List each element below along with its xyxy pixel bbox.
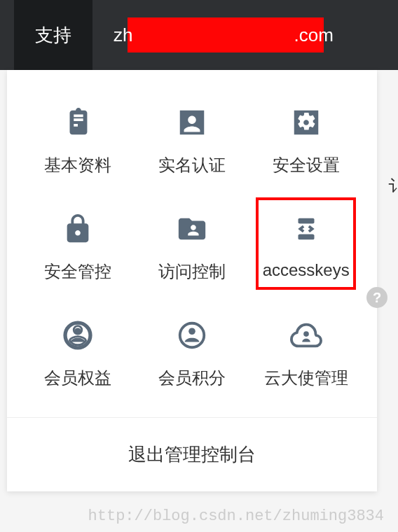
highlight-box bbox=[256, 197, 356, 290]
person-icon bbox=[174, 105, 210, 140]
cloud-person-icon bbox=[289, 318, 324, 353]
menu-label: 会员积分 bbox=[158, 367, 226, 389]
menu-item-access-control[interactable]: 访问控制 bbox=[135, 211, 249, 283]
svg-point-2 bbox=[75, 328, 82, 335]
top-header: 支持 zh .com bbox=[0, 0, 398, 70]
user-circle-icon bbox=[174, 318, 210, 353]
user-suffix: .com bbox=[294, 24, 333, 46]
logout-label: 退出管理控制台 bbox=[128, 444, 256, 465]
menu-label: 云大使管理 bbox=[264, 367, 348, 389]
user-dropdown-panel: 基本资料 实名认证 安全设置 安全管控 访问控制 bbox=[7, 70, 377, 491]
menu-label: 基本资料 bbox=[44, 154, 111, 176]
logout-button[interactable]: 退出管理控制台 bbox=[7, 417, 377, 491]
help-icon[interactable]: ? bbox=[366, 287, 387, 308]
menu-label: 安全设置 bbox=[273, 154, 340, 176]
menu-label: 访问控制 bbox=[158, 260, 226, 283]
gear-icon bbox=[289, 105, 324, 140]
menu-label: 会员权益 bbox=[44, 367, 111, 389]
watermark: http://blog.csdn.net/zhuming3834 bbox=[88, 507, 384, 525]
folder-person-icon bbox=[174, 211, 210, 246]
svg-point-5 bbox=[180, 323, 205, 348]
user-account-nav[interactable]: zh .com bbox=[114, 24, 334, 46]
menu-item-accesskeys[interactable]: accesskeys bbox=[249, 211, 363, 283]
user-circle-icon bbox=[60, 318, 95, 353]
menu-label: 实名认证 bbox=[158, 154, 226, 176]
lock-icon bbox=[60, 211, 95, 246]
menu-item-member-benefits[interactable]: 会员权益 bbox=[21, 318, 135, 389]
clipboard-icon bbox=[60, 105, 95, 140]
menu-item-member-points[interactable]: 会员积分 bbox=[135, 318, 249, 389]
menu-item-real-name[interactable]: 实名认证 bbox=[135, 105, 249, 176]
user-prefix: zh bbox=[114, 24, 132, 46]
side-partial-text: 讠 bbox=[388, 175, 398, 197]
menu-item-security-control[interactable]: 安全管控 bbox=[21, 211, 135, 283]
svg-point-4 bbox=[188, 328, 195, 335]
menu-label: 安全管控 bbox=[44, 260, 111, 283]
menu-item-basic-info[interactable]: 基本资料 bbox=[21, 105, 135, 176]
menu-grid: 基本资料 实名认证 安全设置 安全管控 访问控制 bbox=[7, 70, 377, 417]
svg-point-6 bbox=[303, 331, 309, 337]
support-nav-item[interactable]: 支持 bbox=[14, 0, 92, 70]
support-label: 支持 bbox=[35, 23, 71, 48]
menu-item-cloud-ambassador[interactable]: 云大使管理 bbox=[249, 318, 363, 389]
menu-item-security-settings[interactable]: 安全设置 bbox=[249, 105, 363, 176]
